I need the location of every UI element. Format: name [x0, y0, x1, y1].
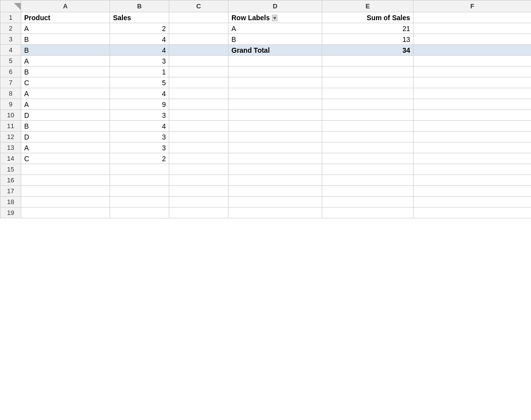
cell-6-c[interactable]	[169, 67, 228, 77]
cell-6-d[interactable]	[228, 67, 322, 77]
cell-16-f[interactable]	[414, 175, 531, 186]
cell-8-e[interactable]	[322, 88, 414, 99]
cell-12-d[interactable]	[228, 132, 322, 142]
cell-10-a[interactable]: D	[21, 110, 110, 121]
cell-13-c[interactable]	[169, 142, 228, 153]
cell-19-d[interactable]	[228, 208, 322, 218]
cell-19-c[interactable]	[169, 208, 228, 218]
col-header-e[interactable]: E	[322, 0, 414, 12]
cell-3-d[interactable]: B	[228, 34, 322, 45]
col-header-d[interactable]: D	[228, 0, 322, 12]
cell-13-e[interactable]	[322, 142, 414, 153]
cell-7-c[interactable]	[169, 77, 228, 88]
cell-1-f[interactable]	[414, 12, 531, 23]
cell-11-a[interactable]: B	[21, 121, 110, 132]
cell-16-d[interactable]	[228, 175, 322, 186]
col-header-c[interactable]: C	[169, 0, 228, 12]
cell-10-b[interactable]: 3	[110, 110, 169, 121]
cell-4-e[interactable]: 34	[322, 45, 414, 56]
cell-3-b[interactable]: 4	[110, 34, 169, 45]
cell-17-e[interactable]	[322, 186, 414, 197]
cell-2-c[interactable]	[169, 23, 228, 34]
cell-18-e[interactable]	[322, 197, 414, 208]
cell-11-d[interactable]	[228, 121, 322, 132]
cell-18-d[interactable]	[228, 197, 322, 208]
cell-8-f[interactable]	[414, 88, 531, 99]
cell-13-a[interactable]: A	[21, 142, 110, 153]
cell-18-c[interactable]	[169, 197, 228, 208]
cell-12-c[interactable]	[169, 132, 228, 142]
cell-10-f[interactable]	[414, 110, 531, 121]
cell-1-e[interactable]: Sum of Sales	[322, 12, 414, 23]
cell-12-a[interactable]: D	[21, 132, 110, 142]
cell-13-b[interactable]: 3	[110, 142, 169, 153]
cell-15-a[interactable]	[21, 164, 110, 175]
cell-4-c[interactable]	[169, 45, 228, 56]
cell-16-b[interactable]	[110, 175, 169, 186]
cell-5-e[interactable]	[322, 56, 414, 67]
cell-17-a[interactable]	[21, 186, 110, 197]
cell-2-e[interactable]: 21	[322, 23, 414, 34]
cell-16-e[interactable]	[322, 175, 414, 186]
cell-9-a[interactable]: A	[21, 99, 110, 110]
cell-14-e[interactable]	[322, 153, 414, 164]
cell-14-c[interactable]	[169, 153, 228, 164]
cell-15-e[interactable]	[322, 164, 414, 175]
cell-5-f[interactable]	[414, 56, 531, 67]
cell-18-f[interactable]	[414, 197, 531, 208]
cell-4-f[interactable]	[414, 45, 531, 56]
cell-14-a[interactable]: C	[21, 153, 110, 164]
cell-16-c[interactable]	[169, 175, 228, 186]
cell-19-b[interactable]	[110, 208, 169, 218]
cell-12-f[interactable]	[414, 132, 531, 142]
cell-8-a[interactable]: A	[21, 88, 110, 99]
cell-15-d[interactable]	[228, 164, 322, 175]
cell-9-e[interactable]	[322, 99, 414, 110]
cell-17-b[interactable]	[110, 186, 169, 197]
cell-1-d[interactable]: Row Labels ▿	[228, 12, 322, 23]
cell-7-f[interactable]	[414, 77, 531, 88]
cell-19-f[interactable]	[414, 208, 531, 218]
cell-11-c[interactable]	[169, 121, 228, 132]
col-header-a[interactable]: A	[21, 0, 110, 12]
cell-16-a[interactable]	[21, 175, 110, 186]
cell-18-b[interactable]	[110, 197, 169, 208]
cell-2-d[interactable]: A	[228, 23, 322, 34]
cell-12-b[interactable]: 3	[110, 132, 169, 142]
cell-17-f[interactable]	[414, 186, 531, 197]
cell-10-c[interactable]	[169, 110, 228, 121]
cell-1-b[interactable]: Sales	[110, 12, 169, 23]
cell-7-a[interactable]: C	[21, 77, 110, 88]
cell-15-b[interactable]	[110, 164, 169, 175]
cell-3-c[interactable]	[169, 34, 228, 45]
cell-4-d[interactable]: Grand Total	[228, 45, 322, 56]
cell-6-f[interactable]	[414, 67, 531, 77]
cell-19-e[interactable]	[322, 208, 414, 218]
cell-6-b[interactable]: 1	[110, 67, 169, 77]
cell-7-e[interactable]	[322, 77, 414, 88]
cell-15-c[interactable]	[169, 164, 228, 175]
cell-3-f[interactable]	[414, 34, 531, 45]
cell-10-e[interactable]	[322, 110, 414, 121]
cell-10-d[interactable]	[228, 110, 322, 121]
cell-3-a[interactable]: B	[21, 34, 110, 45]
cell-8-c[interactable]	[169, 88, 228, 99]
cell-9-f[interactable]	[414, 99, 531, 110]
cell-6-a[interactable]: B	[21, 67, 110, 77]
cell-18-a[interactable]	[21, 197, 110, 208]
cell-14-b[interactable]: 2	[110, 153, 169, 164]
cell-12-e[interactable]	[322, 132, 414, 142]
cell-2-f[interactable]	[414, 23, 531, 34]
cell-4-a[interactable]: B	[21, 45, 110, 56]
cell-13-f[interactable]	[414, 142, 531, 153]
cell-3-e[interactable]: 13	[322, 34, 414, 45]
cell-14-d[interactable]	[228, 153, 322, 164]
cell-19-a[interactable]	[21, 208, 110, 218]
filter-icon[interactable]: ▿	[272, 15, 277, 21]
cell-8-d[interactable]	[228, 88, 322, 99]
cell-15-f[interactable]	[414, 164, 531, 175]
cell-13-d[interactable]	[228, 142, 322, 153]
cell-9-d[interactable]	[228, 99, 322, 110]
cell-4-b[interactable]: 4	[110, 45, 169, 56]
col-header-b[interactable]: B	[110, 0, 169, 12]
